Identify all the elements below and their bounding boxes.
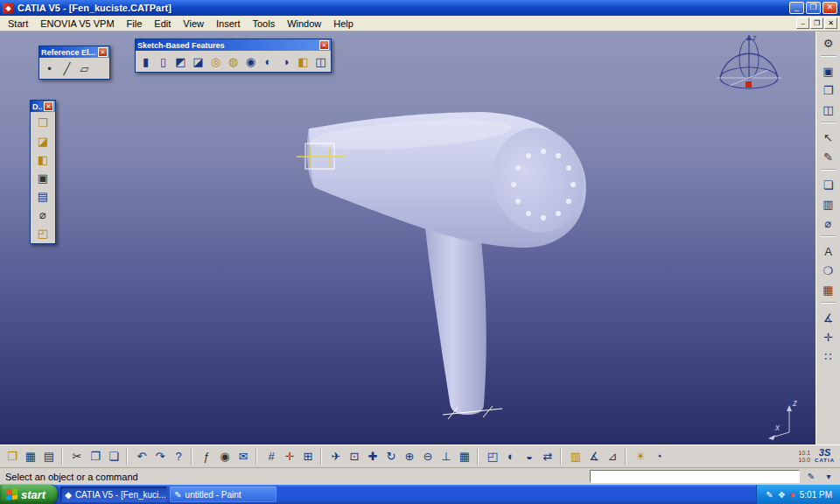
edit-command-icon[interactable]: ✎ (805, 471, 817, 483)
point-icon[interactable]: • (41, 60, 58, 77)
groove-icon[interactable]: ◍ (225, 52, 242, 70)
snap-to-point-icon[interactable]: ⊞ (299, 448, 317, 466)
copy-icon[interactable]: ❐ (87, 448, 104, 466)
toolbar-reference-elements[interactable]: Reference El... ✕ • ╱ ▱ (38, 46, 110, 80)
start-button[interactable]: start (0, 485, 58, 504)
redo-icon[interactable]: ↷ (151, 448, 169, 466)
fit-all-in-icon[interactable]: ⊡ (346, 448, 363, 466)
print-icon[interactable]: ▤ (40, 448, 58, 466)
undo-icon[interactable]: ↶ (133, 448, 150, 466)
paste-icon[interactable]: ❏ (105, 448, 122, 466)
command-input[interactable] (590, 470, 800, 483)
taskbar-task-catia[interactable]: ◆ CATIA V5 - [Fen_kuci... (60, 486, 167, 502)
menu-enovia-v5-vpm[interactable]: ENOVIA V5 VPM (34, 17, 120, 31)
viewport-3d[interactable]: z z x Reference El... ✕ • ╱ (0, 32, 816, 444)
rib-icon[interactable]: ◐ (260, 52, 276, 70)
section-view-icon[interactable]: ▥ (820, 195, 837, 213)
catia-app-icon[interactable]: ◆ (3, 3, 14, 14)
thread-tap-icon[interactable]: ⌀ (34, 206, 52, 223)
mdi-minimize-button[interactable]: – (796, 18, 809, 29)
measure-angle-icon[interactable]: ∡ (820, 309, 837, 326)
tray-messenger-icon[interactable]: ● (790, 490, 795, 500)
close-icon[interactable]: ✕ (98, 47, 108, 57)
balloon-annotation-icon[interactable]: ❍ (820, 262, 837, 279)
hole-icon[interactable]: ◉ (242, 52, 259, 70)
clock-icon[interactable]: ◔ (650, 448, 668, 466)
rotate-icon[interactable]: ↻ (382, 448, 400, 466)
knowledge-fx-icon[interactable]: ƒ (198, 448, 215, 466)
shaft-icon[interactable]: ◎ (207, 52, 224, 70)
hair-dryer-model[interactable] (0, 32, 816, 444)
pocket-icon[interactable]: ◩ (172, 52, 189, 70)
tray-device-icon[interactable]: ❖ (778, 490, 786, 500)
tray-clock[interactable]: 5:01 PM (800, 490, 832, 500)
close-button[interactable]: ✕ (822, 2, 837, 14)
grid-icon[interactable]: # (262, 448, 280, 466)
pan-icon[interactable]: ✚ (364, 448, 382, 466)
shading-mode-icon[interactable]: ◐ (502, 448, 520, 466)
window-frame-icon[interactable]: ▣ (820, 62, 837, 80)
slot-icon[interactable]: ◑ (277, 52, 294, 70)
measure-between-icon[interactable]: ∡ (585, 448, 603, 466)
expand-command-icon[interactable]: ▾ (822, 471, 835, 483)
cut-icon[interactable]: ✂ (68, 448, 86, 466)
panel-icon[interactable]: ◫ (820, 101, 837, 118)
normal-view-icon[interactable]: ⊥ (438, 448, 455, 466)
point-grid-icon[interactable]: ∷ (820, 347, 837, 365)
axis-cross-icon[interactable]: ✛ (820, 328, 837, 346)
pad-icon[interactable]: ▮ (137, 52, 154, 70)
tray-pen-icon[interactable]: ✎ (766, 490, 773, 500)
fly-mode-icon[interactable]: ✈ (327, 448, 345, 466)
edge-fillet-icon[interactable]: ❒ (34, 114, 52, 131)
save-icon[interactable]: ▦ (22, 448, 39, 466)
menu-window[interactable]: Window (281, 17, 327, 31)
mail-icon[interactable]: ✉ (234, 448, 252, 466)
minimize-button[interactable]: _ (789, 2, 804, 14)
drafted-filleted-pad-icon[interactable]: ▯ (155, 52, 172, 70)
light-source-icon[interactable]: ☀ (632, 448, 649, 466)
draft-angle-icon[interactable]: ◧ (34, 150, 52, 168)
toolbar-sketch-based-features[interactable]: Sketch-Based Features ✕ ▮ ▯ ◩ ◪ ◎ ◍ ◉ ◐ … (135, 38, 332, 73)
diameter-ruler-icon[interactable]: ⌀ (820, 214, 837, 232)
stiffener-icon[interactable]: ◧ (295, 52, 312, 70)
copy-stack-icon[interactable]: ❐ (820, 81, 837, 99)
select-pointer-icon[interactable]: ↖ (820, 129, 837, 146)
toolbar-dress-up-features[interactable]: D... ✕ ❒ ◪ ◧ ▣ ▤ ⌀ ◰ (30, 100, 56, 244)
menu-start[interactable]: Start (2, 17, 34, 31)
measure-item-icon[interactable]: ⊿ (604, 448, 621, 466)
whats-this-icon[interactable]: ? (170, 448, 187, 466)
toolbar-titlebar[interactable]: Reference El... ✕ (39, 46, 109, 58)
axis-system-icon[interactable]: ✛ (281, 448, 298, 466)
isometric-view-icon[interactable]: ◰ (484, 448, 501, 466)
toolbar-titlebar[interactable]: Sketch-Based Features ✕ (136, 39, 331, 51)
sketcher-icon[interactable]: ✎ (820, 148, 837, 165)
taskbar-task-paint[interactable]: ✎ untitled - Paint (170, 486, 276, 502)
drafted-filleted-pocket-icon[interactable]: ◪ (190, 52, 206, 70)
zoom-in-icon[interactable]: ⊕ (401, 448, 418, 466)
text-annotation-icon[interactable]: A (820, 242, 837, 260)
document-page-icon[interactable]: ❏ (820, 176, 837, 193)
menu-tools[interactable]: Tools (246, 17, 281, 31)
menu-view[interactable]: View (177, 17, 210, 31)
multi-sections-solid-icon[interactable]: ◫ (312, 52, 329, 70)
zoom-out-icon[interactable]: ⊖ (419, 448, 437, 466)
thickness-icon[interactable]: ▤ (34, 187, 52, 205)
plane-icon[interactable]: ▱ (76, 60, 93, 77)
capture-icon[interactable]: ◉ (216, 448, 234, 466)
menu-edit[interactable]: Edit (148, 17, 177, 31)
mdi-restore-button[interactable]: ❐ (810, 18, 823, 29)
multi-view-icon[interactable]: ▦ (456, 448, 473, 466)
remove-face-icon[interactable]: ◰ (34, 224, 52, 242)
tools-palette-icon[interactable]: ▦ (820, 281, 837, 298)
menu-file[interactable]: File (121, 17, 149, 31)
update-gear-icon[interactable]: ⚙ (820, 34, 837, 52)
catalog-icon[interactable]: ▥ (567, 448, 584, 466)
menu-insert[interactable]: Insert (210, 17, 247, 31)
line-icon[interactable]: ╱ (59, 60, 75, 77)
toolbar-titlebar[interactable]: D... ✕ (31, 101, 55, 112)
compass-icon[interactable]: z (712, 32, 786, 100)
mdi-close-button[interactable]: ✕ (824, 18, 837, 29)
restore-button[interactable]: ❐ (806, 2, 821, 14)
shell-icon[interactable]: ▣ (34, 169, 52, 186)
chamfer-icon[interactable]: ◪ (34, 132, 52, 150)
